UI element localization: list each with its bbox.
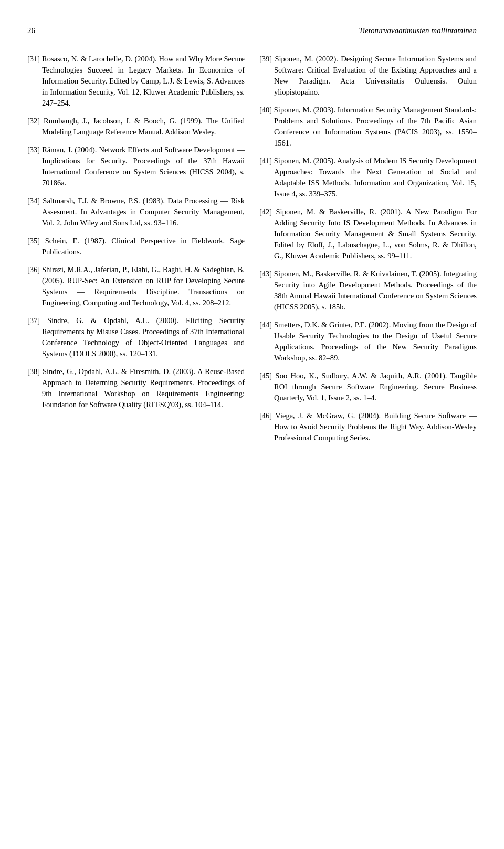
ref-num: [46] xyxy=(259,411,272,420)
ref-entry: [41] Siponen, M. (2005). Analysis of Mod… xyxy=(259,156,477,200)
ref-entry: [40] Siponen, M. (2003). Information Sec… xyxy=(259,105,477,149)
ref-text: [33] Råman, J. (2004). Network Effects a… xyxy=(27,144,245,189)
ref-entry: [44] Smetters, D.K. & Grinter, P.E. (200… xyxy=(259,319,477,364)
ref-text: [37] Sindre, G. & Opdahl, A.L. (2000). E… xyxy=(27,315,245,359)
ref-num: [40] xyxy=(259,106,272,114)
ref-text: [32] Rumbaugh, J., Jacobson, I. & Booch,… xyxy=(27,116,245,138)
ref-text: [34] Saltmarsh, T.J. & Browne, P.S. (198… xyxy=(27,195,245,229)
ref-entry: [31] Rosasco, N. & Larochelle, D. (2004)… xyxy=(27,54,245,109)
ref-entry: [45] Soo Hoo, K., Sudbury, A.W. & Jaquit… xyxy=(259,370,477,403)
right-column: [39] Siponen, M. (2002). Designing Secur… xyxy=(259,54,477,450)
ref-num: [35] xyxy=(27,236,40,245)
ref-text: [39] Siponen, M. (2002). Designing Secur… xyxy=(259,54,477,98)
ref-num: [45] xyxy=(259,371,272,380)
ref-num: [32] xyxy=(27,117,40,125)
ref-num: [43] xyxy=(259,270,272,278)
ref-text: [36] Shirazi, M.R.A., Jaferian, P., Elah… xyxy=(27,264,245,308)
ref-num: [38] xyxy=(27,367,40,376)
ref-entry: [32] Rumbaugh, J., Jacobson, I. & Booch,… xyxy=(27,116,245,138)
ref-num: [31] xyxy=(27,55,40,63)
ref-text: [35] Schein, E. (1987). Clinical Perspec… xyxy=(27,235,245,257)
ref-num: [33] xyxy=(27,146,40,154)
ref-entry: [35] Schein, E. (1987). Clinical Perspec… xyxy=(27,235,245,257)
left-column: [31] Rosasco, N. & Larochelle, D. (2004)… xyxy=(27,54,245,450)
ref-text: [42] Siponen, M. & Baskerville, R. (2001… xyxy=(259,206,477,262)
ref-text: [38] Sindre, G., Opdahl, A.L. & Firesmit… xyxy=(27,366,245,410)
page-title: Tietoturvavaatimusten mallintaminen xyxy=(359,25,477,37)
ref-entry: [42] Siponen, M. & Baskerville, R. (2001… xyxy=(259,206,477,262)
ref-text: [43] Siponen, M., Baskerville, R. & Kuiv… xyxy=(259,268,477,313)
ref-num: [37] xyxy=(27,316,40,325)
ref-entry: [38] Sindre, G., Opdahl, A.L. & Firesmit… xyxy=(27,366,245,410)
ref-num: [36] xyxy=(27,265,40,274)
ref-entry: [46] Viega, J. & McGraw, G. (2004). Buil… xyxy=(259,410,477,443)
ref-text: [40] Siponen, M. (2003). Information Sec… xyxy=(259,105,477,149)
ref-entry: [37] Sindre, G. & Opdahl, A.L. (2000). E… xyxy=(27,315,245,359)
ref-entry: [34] Saltmarsh, T.J. & Browne, P.S. (198… xyxy=(27,195,245,229)
page: 26 Tietoturvavaatimusten mallintaminen [… xyxy=(0,0,504,849)
ref-text: [45] Soo Hoo, K., Sudbury, A.W. & Jaquit… xyxy=(259,370,477,403)
ref-entry: [39] Siponen, M. (2002). Designing Secur… xyxy=(259,54,477,98)
ref-num: [39] xyxy=(259,55,272,63)
columns-container: [31] Rosasco, N. & Larochelle, D. (2004)… xyxy=(27,54,477,450)
ref-text: [31] Rosasco, N. & Larochelle, D. (2004)… xyxy=(27,54,245,109)
ref-num: [42] xyxy=(259,208,272,216)
ref-num: [34] xyxy=(27,196,40,205)
ref-num: [44] xyxy=(259,320,272,329)
ref-entry: [33] Råman, J. (2004). Network Effects a… xyxy=(27,144,245,189)
ref-num: [41] xyxy=(259,157,272,165)
page-number: 26 xyxy=(27,25,35,37)
page-header: 26 Tietoturvavaatimusten mallintaminen xyxy=(27,25,477,37)
ref-text: [46] Viega, J. & McGraw, G. (2004). Buil… xyxy=(259,410,477,443)
ref-entry: [36] Shirazi, M.R.A., Jaferian, P., Elah… xyxy=(27,264,245,308)
ref-entry: [43] Siponen, M., Baskerville, R. & Kuiv… xyxy=(259,268,477,313)
ref-text: [41] Siponen, M. (2005). Analysis of Mod… xyxy=(259,156,477,200)
ref-text: [44] Smetters, D.K. & Grinter, P.E. (200… xyxy=(259,319,477,364)
